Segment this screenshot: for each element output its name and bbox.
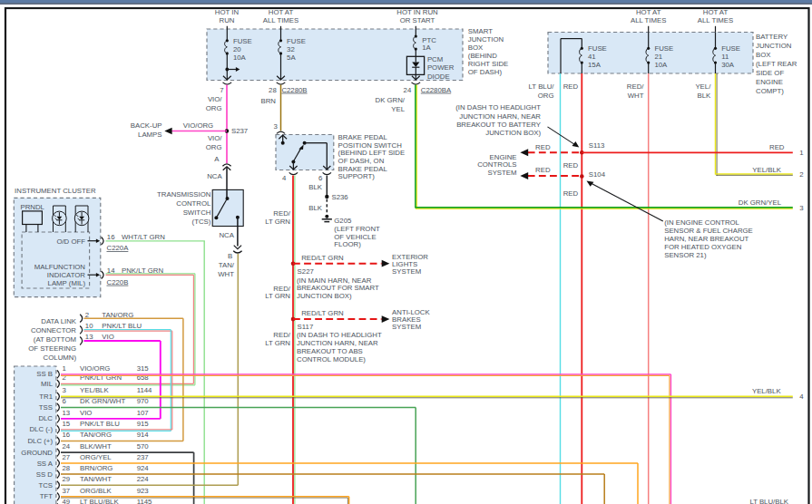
svg-text:BREAKOUT TO ABS: BREAKOUT TO ABS xyxy=(297,347,363,355)
svg-text:TAN/WHT: TAN/WHT xyxy=(80,475,112,483)
svg-text:OF DASH): OF DASH) xyxy=(468,68,503,76)
svg-text:JUNCTION HARN, NEAR: JUNCTION HARN, NEAR xyxy=(459,112,541,121)
svg-text:VIO/: VIO/ xyxy=(208,134,222,142)
svg-text:HOT IN RUN: HOT IN RUN xyxy=(396,8,437,16)
svg-text:YEL/BLK: YEL/BLK xyxy=(752,166,781,174)
svg-text:BRN: BRN xyxy=(261,97,276,105)
svg-text:RIGHT SIDE: RIGHT SIDE xyxy=(468,60,508,68)
svg-text:30A: 30A xyxy=(721,61,735,69)
svg-text:PTC: PTC xyxy=(422,36,436,44)
svg-text:16: 16 xyxy=(62,431,70,439)
svg-text:CONTROL MODULE): CONTROL MODULE) xyxy=(297,355,366,363)
svg-text:21: 21 xyxy=(654,53,662,61)
svg-text:RED/: RED/ xyxy=(273,285,290,293)
svg-text:7: 7 xyxy=(220,86,223,94)
svg-text:16: 16 xyxy=(107,233,115,241)
svg-text:FUSE: FUSE xyxy=(588,44,607,53)
svg-text:FOR HEATED OXYGEN: FOR HEATED OXYGEN xyxy=(664,243,741,251)
svg-text:BREAKOUT FOR SMART: BREAKOUT FOR SMART xyxy=(297,284,379,292)
svg-text:BLK: BLK xyxy=(698,92,712,100)
svg-text:(IN ENGINE CONTROL: (IN ENGINE CONTROL xyxy=(664,218,739,227)
svg-text:1: 1 xyxy=(799,149,803,157)
svg-text:ENGINE: ENGINE xyxy=(756,78,783,86)
svg-text:FUSE: FUSE xyxy=(654,44,673,53)
svg-text:BOX: BOX xyxy=(468,44,484,52)
svg-text:107: 107 xyxy=(137,409,149,417)
svg-text:FUSE: FUSE xyxy=(721,44,740,53)
svg-text:HOT AT: HOT AT xyxy=(269,8,294,16)
svg-text:DLC (-): DLC (-) xyxy=(29,425,53,433)
svg-text:LAMPS: LAMPS xyxy=(138,131,161,139)
svg-text:29: 29 xyxy=(62,475,70,483)
svg-text:WHT/LT GRN: WHT/LT GRN xyxy=(122,233,165,241)
svg-text:10A: 10A xyxy=(654,61,668,69)
svg-text:YEL/BLK: YEL/BLK xyxy=(80,386,109,394)
svg-text:10A: 10A xyxy=(233,53,247,62)
svg-text:6: 6 xyxy=(62,397,65,405)
svg-text:WHT: WHT xyxy=(218,270,234,278)
svg-text:(LEFT FRONT: (LEFT FRONT xyxy=(334,225,380,233)
svg-text:27: 27 xyxy=(62,453,70,461)
svg-text:YEL/BLK: YEL/BLK xyxy=(752,387,781,395)
svg-text:15: 15 xyxy=(62,420,70,428)
svg-text:JUNCTION: JUNCTION xyxy=(468,35,504,44)
svg-text:DK GRN/YEL: DK GRN/YEL xyxy=(739,199,782,207)
svg-text:5A: 5A xyxy=(287,53,296,62)
svg-text:S117: S117 xyxy=(298,323,314,331)
svg-text:CONNECTOR: CONNECTOR xyxy=(31,326,76,334)
svg-text:RED/: RED/ xyxy=(273,331,290,339)
svg-text:15A: 15A xyxy=(588,61,602,69)
svg-text:YEL/: YEL/ xyxy=(695,82,711,91)
svg-text:224: 224 xyxy=(137,475,150,483)
svg-text:10: 10 xyxy=(85,322,93,330)
svg-text:1: 1 xyxy=(62,364,65,373)
svg-text:ORG/BLK: ORG/BLK xyxy=(80,487,112,495)
svg-text:BRN/ORG: BRN/ORG xyxy=(80,464,113,472)
svg-text:TAN/ORG: TAN/ORG xyxy=(80,431,112,439)
svg-text:SWITCH: SWITCH xyxy=(183,208,211,217)
svg-text:RED: RED xyxy=(563,82,579,91)
svg-text:SS B: SS B xyxy=(36,370,53,378)
svg-text:SENSOR & FUEL CHARGE: SENSOR & FUEL CHARGE xyxy=(664,227,753,235)
svg-text:A: A xyxy=(214,155,220,163)
svg-text:S237: S237 xyxy=(231,127,248,135)
svg-text:(IN MAIN HARN, NEAR: (IN MAIN HARN, NEAR xyxy=(297,276,372,285)
svg-text:S113: S113 xyxy=(589,141,605,150)
svg-text:3: 3 xyxy=(799,204,803,212)
svg-text:RED/: RED/ xyxy=(273,209,290,218)
svg-text:C220A: C220A xyxy=(107,244,130,252)
svg-text:RED/: RED/ xyxy=(627,82,644,91)
svg-text:MIL: MIL xyxy=(41,380,54,388)
svg-text:DK GRN/WHT: DK GRN/WHT xyxy=(80,397,125,405)
svg-text:B: B xyxy=(228,252,232,260)
svg-text:JUNCTION HARN, NEAR: JUNCTION HARN, NEAR xyxy=(297,339,378,347)
svg-text:BATTERY: BATTERY xyxy=(756,33,788,41)
svg-text:JUNCTION: JUNCTION xyxy=(756,42,791,50)
svg-text:(LEFT REAR: (LEFT REAR xyxy=(756,60,797,68)
svg-text:315: 315 xyxy=(137,364,150,373)
svg-text:915: 915 xyxy=(137,420,150,428)
svg-text:(IN DASH TO HEADLIGHT: (IN DASH TO HEADLIGHT xyxy=(455,103,541,111)
svg-text:32: 32 xyxy=(287,45,295,53)
svg-text:20: 20 xyxy=(233,45,241,53)
svg-text:CONTROLS: CONTROLS xyxy=(477,160,516,169)
svg-text:TAN/: TAN/ xyxy=(219,261,235,269)
svg-text:MALFUNCTION: MALFUNCTION xyxy=(34,263,85,271)
svg-text:INDICATOR: INDICATOR xyxy=(47,271,86,279)
svg-text:C2280B: C2280B xyxy=(281,86,307,94)
svg-text:S227: S227 xyxy=(298,267,314,276)
svg-text:41: 41 xyxy=(588,53,596,61)
svg-text:OF VEHICLE: OF VEHICLE xyxy=(334,233,376,241)
svg-text:LT BLU/BLK: LT BLU/BLK xyxy=(749,498,788,504)
svg-text:570: 570 xyxy=(137,442,150,451)
svg-text:(AT BOTTOM: (AT BOTTOM xyxy=(34,335,76,344)
svg-text:3: 3 xyxy=(274,122,278,131)
svg-text:13: 13 xyxy=(85,333,93,341)
svg-text:DLC: DLC xyxy=(38,414,53,422)
svg-text:VIO/ORG: VIO/ORG xyxy=(183,121,213,130)
svg-text:PNK/LT BLU: PNK/LT BLU xyxy=(102,322,142,330)
svg-text:VIO: VIO xyxy=(102,333,113,341)
svg-text:923: 923 xyxy=(137,487,149,495)
svg-text:2: 2 xyxy=(799,170,803,179)
svg-text:3: 3 xyxy=(62,386,65,394)
